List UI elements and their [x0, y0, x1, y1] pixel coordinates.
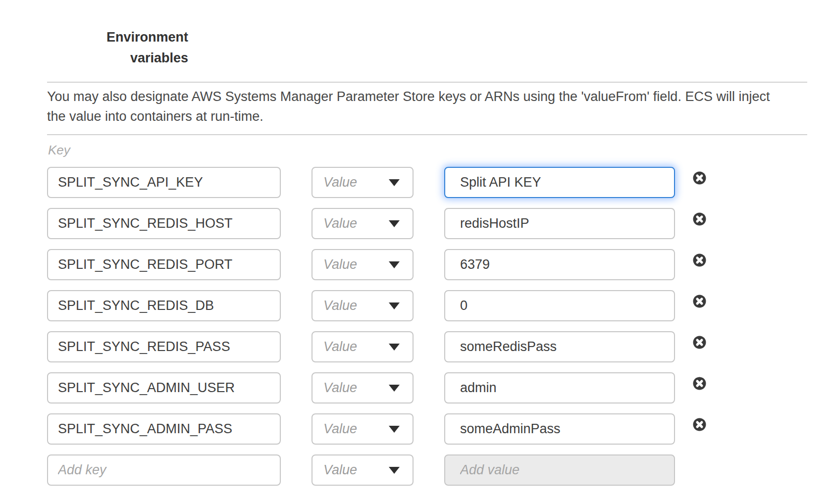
chevron-down-icon — [389, 302, 400, 309]
section-label: Environment variables — [47, 27, 188, 68]
circle-x-icon — [693, 377, 706, 390]
add-key-input[interactable] — [47, 454, 281, 486]
env-key-input[interactable] — [47, 413, 281, 445]
circle-x-icon — [693, 171, 706, 185]
env-type-select-value: Value — [323, 421, 357, 437]
chevron-down-icon — [389, 220, 400, 227]
remove-variable-button[interactable] — [693, 171, 706, 185]
env-key-input[interactable] — [47, 167, 281, 198]
env-key-input[interactable] — [47, 331, 281, 362]
env-var-rows: Value Value Value — [0, 167, 831, 486]
divider-middle — [47, 134, 807, 135]
chevron-down-icon — [389, 467, 400, 474]
env-var-row: Value — [47, 167, 831, 198]
circle-x-icon — [693, 253, 706, 267]
chevron-down-icon — [389, 261, 400, 268]
add-env-var-row: Value — [47, 454, 831, 486]
chevron-down-icon — [389, 426, 400, 433]
circle-x-icon — [693, 418, 706, 431]
env-var-row: Value — [47, 413, 831, 445]
env-value-input[interactable] — [444, 208, 675, 239]
env-type-select-value: Value — [323, 216, 357, 231]
env-key-input[interactable] — [47, 372, 281, 403]
env-type-select-value: Value — [323, 175, 357, 190]
env-var-row: Value — [47, 208, 831, 239]
chevron-down-icon — [389, 344, 400, 351]
add-type-select[interactable]: Value — [312, 454, 414, 486]
env-type-select[interactable]: Value — [312, 249, 414, 280]
env-type-select[interactable]: Value — [312, 413, 414, 445]
env-value-input[interactable] — [444, 249, 675, 280]
environment-variables-section: Environment variables You may also desig… — [0, 27, 831, 504]
add-value-input[interactable] — [444, 454, 675, 486]
remove-variable-button[interactable] — [693, 212, 706, 226]
key-column-header: Key — [48, 142, 831, 158]
env-type-select-value: Value — [323, 298, 357, 313]
env-value-input[interactable] — [444, 290, 675, 321]
chevron-down-icon — [389, 179, 400, 186]
env-type-select[interactable]: Value — [312, 167, 414, 198]
env-type-select[interactable]: Value — [312, 331, 414, 362]
env-value-input[interactable] — [444, 167, 675, 198]
env-var-row: Value — [47, 372, 831, 403]
env-type-select[interactable]: Value — [312, 208, 414, 239]
env-key-input[interactable] — [47, 208, 281, 239]
env-type-select-value: Value — [323, 339, 357, 354]
description-line-2: the value into containers at run-time. — [47, 106, 831, 126]
description-line-1: You may also designate AWS Systems Manag… — [47, 87, 831, 106]
env-value-input[interactable] — [444, 331, 675, 362]
env-key-input[interactable] — [47, 249, 281, 280]
remove-variable-button[interactable] — [693, 253, 706, 267]
env-type-select-value: Value — [323, 257, 357, 272]
circle-x-icon — [693, 295, 706, 308]
remove-variable-button[interactable] — [693, 336, 706, 349]
env-value-input[interactable] — [444, 413, 675, 445]
add-type-select-value: Value — [323, 462, 357, 478]
env-var-row: Value — [47, 290, 831, 321]
remove-variable-button[interactable] — [693, 418, 706, 431]
env-type-select[interactable]: Value — [312, 372, 414, 403]
circle-x-icon — [693, 336, 706, 349]
env-var-row: Value — [47, 331, 831, 362]
env-value-input[interactable] — [444, 372, 675, 403]
divider-top — [47, 82, 807, 83]
circle-x-icon — [693, 212, 706, 226]
env-key-input[interactable] — [47, 290, 281, 321]
env-type-select-value: Value — [323, 380, 357, 396]
section-description: You may also designate AWS Systems Manag… — [47, 87, 831, 126]
remove-variable-button[interactable] — [693, 377, 706, 390]
chevron-down-icon — [389, 385, 400, 392]
env-var-row: Value — [47, 249, 831, 280]
remove-variable-button[interactable] — [693, 295, 706, 308]
env-type-select[interactable]: Value — [312, 290, 414, 321]
